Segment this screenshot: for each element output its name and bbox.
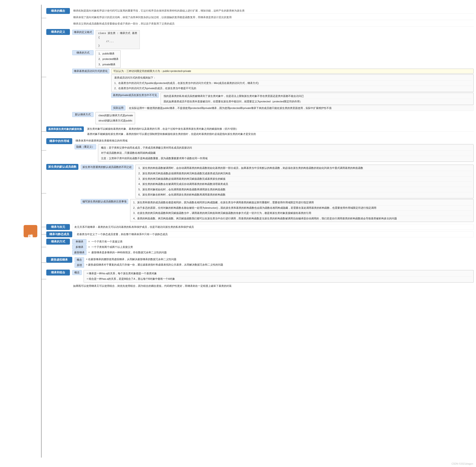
dan-jiecheng-label: 单继承 [72, 239, 86, 244]
xuni-gainian-text: 在菱形继承的腰部使用虚拟继承，从而解决菱形继承的数据冗余和二义性问题 [88, 258, 176, 261]
access-rules: 基类成员访问方式的变化规则如下： 1、在基类当中的访问方式为public或pro… [111, 74, 474, 92]
gainian-text-1: 继承机制是面向对象程序设计使代码可以复用的重要手段，它运行程序员在保持原有类特性… [72, 8, 474, 14]
jiecheng-gainian-label: 继承的概念 [46, 8, 70, 14]
paisheng-moren-label: 派生类的默认成员函数 [46, 164, 78, 170]
moren-jiecheng-label: 默认继承方式 [72, 112, 94, 117]
zuhe-label: 继承和组合 [46, 270, 70, 275]
zuoyuyu-1: 继承体系中的基类和派生类都有独立的作用域 [75, 138, 474, 144]
jingtai-text: 若基类当中定义了一个静态成员变量，则在整个继承体系中只有一个该静态成员 [77, 233, 168, 236]
lx-jiecheng-text: 菱形继承是多继承的一种特殊情况，存在数据冗余和二义性的问题 [91, 251, 167, 254]
jicheng-fangwei-label: 继承基类成员访问方式的变化 [72, 69, 109, 74]
xuni-jiecheng-label: 菱形虚拟继承 [46, 257, 72, 263]
xuni-yuanli-label: 原理 [75, 263, 84, 268]
private-label: 基类的private成员在派生类当中不可见 [111, 93, 159, 98]
fuzhi-2: 基类对象不能赋值给派生类对象，基类的指针可以通过强制类型转换赋值给派生类的指针，… [86, 132, 474, 137]
jingtai-label: 继承与静态成员 [46, 231, 72, 237]
dingyi-geshi-label: 继承的定义格式 [72, 30, 94, 35]
fuzhi-1: 派生类对象可以赋值给基类的对象、基类的指针以及基类的引用，在这个过程中发生基类和… [86, 126, 474, 132]
zhuyishixiang-label: 编写派生类的默认成员函数的注意事项 [81, 199, 128, 204]
jiecheng-dingyi-label: 继承的定义 [46, 29, 70, 35]
zuoyuyu-label: 继承中的作用域 [46, 138, 72, 144]
watermark: CSDN ©2021dragon [451, 463, 473, 465]
fuzhi-zhuanhuan-label: 基类和派生类对象的赋值转换 [46, 126, 84, 132]
moren-class: class的默认继承方式是private [97, 113, 133, 118]
jiecheng-fangshi-2: 2、protected继承 [97, 57, 119, 62]
butong-label: 派生类与普通类的默认成员函数的不同之处 [81, 165, 133, 169]
dan-jiecheng-text: 一个子类只有一个直接父类 [91, 240, 122, 243]
gainian-text-2: 继承体现了面向对象程序设计的层次结构，体现了由简单到复杂的认知过程，以前接触的复… [72, 15, 474, 20]
duo-jiecheng-text: 一个子类有两个或两个以上直接父类 [91, 246, 133, 248]
youyuan-text: 友元关系不能继承：基类的友元可以访问基类的私有和保护成员，但是不能访问派生类的私… [74, 225, 194, 228]
code-block: class 派生类 : 继承方式 基类 { //... } [96, 30, 140, 49]
xuni-gainian-label: 概念 [75, 257, 84, 262]
moren-struct: struct的默认继承方式是public [97, 118, 133, 123]
zuhe-gainian-label: 概念 [72, 270, 82, 275]
youyuan-label: 继承与友元 [46, 224, 70, 230]
xuni-yuanli-text: 菱形虚拟继承对于重复的成员只存储一份，通过虚基表指针和虚基表找到公共基类，从而解… [88, 263, 223, 266]
duo-jiecheng-label: 多继承 [72, 245, 86, 249]
zuhe-note: 如果既可以使用继承又可以使用组合，则优先使用组合，因为组合的耦合度低，代码维护性… [72, 284, 474, 289]
gainian-text-3: 继承后父类的成员函数和成员变量都会变成子类的一部分，所以说子类复用了父类的成员 [72, 21, 474, 27]
lx-jiecheng-label: 菱形继承 [72, 250, 86, 255]
zuhe-gainian-2: 组合是一种has-a的关系，若是B组合了A，那么每个B对象中都有一个A对象 [89, 277, 175, 280]
zuhe-gainian-1: 继承是一种his-a的关系，每个派生类对象都是一个基类对象 [89, 272, 157, 275]
jiecheng-fangshi-1: 1、public继承 [97, 51, 119, 57]
gainian-branch: 继承的概念 继承机制是面向对象程序设计使代码可以复用的重要手段，它运行程序员在保… [41, 8, 474, 288]
yincang-label: 隐藏（重定义） [75, 144, 96, 149]
jiecheng-fangshi-small-label: 继承的方式 [72, 50, 94, 55]
access-note: 可以认为：三种访问限定符的权限大小为：public>protected>priv… [111, 69, 474, 74]
jiecheng-fangshi-label: 继承的方式 [46, 239, 70, 245]
shiji-label: 实际运用 [111, 105, 125, 110]
root-node: 继承 [24, 225, 37, 237]
jiecheng-fangshi-3: 3、private继承 [97, 62, 119, 67]
